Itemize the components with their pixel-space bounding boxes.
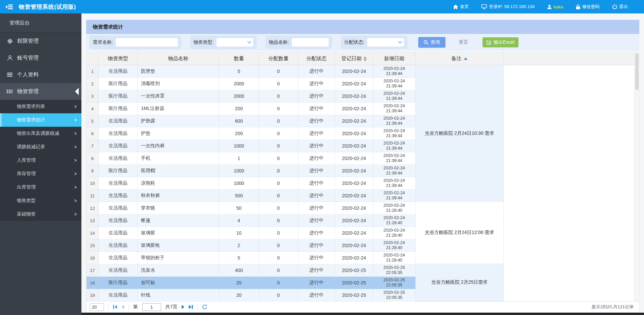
- page-number-input[interactable]: [142, 303, 161, 311]
- table-row[interactable]: 18医疗用品创可贴200进行中2020-02-252020-02-2522:05…: [86, 277, 416, 289]
- table-row[interactable]: 10生活用品凉拖鞋10000进行中2020-02-242020-02-2421:…: [86, 177, 416, 190]
- added-date-cell: 2020-02-2421:39:44: [373, 140, 416, 152]
- submenu-item-label: 出库管理: [17, 184, 36, 190]
- submenu-item-库存管理[interactable]: 库存管理>: [0, 167, 81, 181]
- submenu-item-调拨核减记录[interactable]: 调拨核减记录>: [0, 140, 81, 154]
- topnav-power[interactable]: 退出: [612, 4, 628, 10]
- allocated-qty-cell: 0: [259, 214, 298, 227]
- refresh-icon[interactable]: [202, 304, 207, 310]
- row-number-cell: 3: [86, 90, 99, 103]
- added-date-cell: 2020-02-2421:28:40: [373, 227, 416, 239]
- table-row[interactable]: 19生活用品针线200进行中2020-02-252020-02-2522:05:…: [86, 289, 416, 302]
- first-page-button[interactable]: [113, 305, 117, 309]
- reset-button[interactable]: 重置: [457, 37, 470, 48]
- allocation-status-cell: 进行中: [298, 177, 335, 190]
- sidebar-item-个人资料[interactable]: 个人资料: [0, 66, 81, 83]
- submenu-item-基础物资[interactable]: 基础物资>: [0, 207, 81, 221]
- page-size-input[interactable]: [90, 303, 104, 311]
- sidebar-item-权限管理[interactable]: 权限管理: [0, 33, 81, 49]
- sidebar-item-物资管理[interactable]: 物资管理: [0, 83, 81, 100]
- item-name-cell: 手机: [138, 152, 219, 165]
- 分配状态-select[interactable]: [367, 38, 404, 47]
- table-row[interactable]: 4医疗用品1ML注射器2000进行中2020-02-242020-02-2421…: [86, 103, 416, 115]
- table-row[interactable]: 12生活用品穿衣镜500进行中2020-02-242020-02-2421:28…: [86, 202, 416, 214]
- export-excel-button[interactable]: 输出Excel: [482, 37, 518, 47]
- submenu-item-物资需求列表[interactable]: 物资需求列表>: [0, 100, 81, 113]
- prev-page-button[interactable]: [121, 305, 124, 309]
- topnav-user[interactable]: kaka: [547, 4, 563, 9]
- table-row[interactable]: 14生活用品玻璃胶100进行中2020-02-242020-02-2421:28…: [86, 227, 416, 239]
- 物资类型-select[interactable]: [216, 38, 253, 47]
- column-header-登记日期[interactable]: 登记日期: [335, 52, 373, 65]
- next-page-button[interactable]: [182, 305, 184, 309]
- column-header-备注[interactable]: 备注: [416, 52, 504, 65]
- sidebar-item-账号管理[interactable]: 账号管理: [0, 49, 81, 66]
- allocated-qty-cell: 0: [259, 103, 298, 115]
- table-row[interactable]: 15生活用品玻璃胶枪20进行中2020-02-242020-02-2421:28…: [86, 239, 416, 252]
- table-row[interactable]: 7生活用品一次性内裤10000进行中2020-02-242020-02-2421…: [86, 140, 416, 152]
- register-date-cell: 2020-02-24: [335, 202, 373, 214]
- allocation-status-cell: 进行中: [298, 165, 335, 177]
- vertical-scrollbar[interactable]: [634, 52, 639, 301]
- allocated-qty-cell: 0: [259, 239, 298, 252]
- added-date-text: 2020-02-2421:39:44: [384, 178, 405, 188]
- register-date-cell: 2020-02-25: [335, 264, 373, 277]
- allocated-qty-cell: 0: [259, 264, 298, 277]
- column-header-物资类型: 物资类型: [99, 52, 138, 65]
- item-name-cell: 带锁的柜子: [138, 252, 219, 264]
- row-number-cell: 18: [86, 277, 99, 289]
- table-row[interactable]: 8生活用品手机10进行中2020-02-242020-02-2421:39:44: [86, 152, 416, 165]
- last-page-button[interactable]: [189, 305, 193, 309]
- row-number-cell: 9: [86, 165, 99, 177]
- 需求名称-input[interactable]: [116, 38, 178, 47]
- register-date-cell: 2020-02-24: [335, 103, 373, 115]
- item-name-cell: 防滑垫: [138, 65, 219, 78]
- item-name-cell: 玻璃胶枪: [138, 239, 219, 252]
- table-row[interactable]: 3医疗用品一次性床罩20000进行中2020-02-242020-02-2421…: [86, 90, 416, 103]
- quantity-cell: 20: [219, 277, 259, 289]
- allocation-status-cell: 进行中: [298, 264, 335, 277]
- sidebar-collapse-icon[interactable]: [5, 4, 13, 9]
- table-row[interactable]: 17生活用品洗发水4000进行中2020-02-252020-02-2522:0…: [86, 264, 416, 277]
- sidebar-submenu: 物资需求列表>物资需求统计>物资出库及调拨核减>调拨核减记录>入库管理>库存管理…: [0, 100, 81, 221]
- added-date-text: 2020-02-2421:39:44: [384, 66, 405, 76]
- allocation-status-cell: 进行中: [298, 202, 335, 214]
- quantity-cell: 2000: [219, 78, 259, 90]
- chevron-right-icon: >: [74, 198, 77, 204]
- filter-label: 需求名称:: [93, 39, 113, 45]
- quantity-cell: 2000: [219, 90, 259, 103]
- added-date-text: 2020-02-2421:39:44: [384, 166, 405, 176]
- 物品名称-input[interactable]: [292, 38, 329, 47]
- table-row[interactable]: 9医疗用品医用帽10000进行中2020-02-242020-02-2421:3…: [86, 165, 416, 177]
- scrollbar-thumb[interactable]: [635, 53, 639, 90]
- submenu-item-物资出库及调拨核减[interactable]: 物资出库及调拨核减>: [0, 127, 81, 140]
- quantity-cell: 400: [219, 264, 259, 277]
- quantity-cell: 5: [219, 252, 259, 264]
- material-type-cell: 生活用品: [99, 214, 138, 227]
- added-date-cell: 2020-02-2421:28:40: [373, 202, 416, 214]
- table-row[interactable]: 2医疗用品消毒喷剂20000进行中2020-02-242020-02-2421:…: [86, 78, 416, 90]
- submenu-item-入库管理[interactable]: 入库管理>: [0, 154, 81, 167]
- allocated-qty-cell: 0: [259, 227, 298, 239]
- table-row[interactable]: 16生活用品带锁的柜子50进行中2020-02-242020-02-2421:2…: [86, 252, 416, 264]
- table-row[interactable]: 13生活用品帐篷40进行中2020-02-242020-02-2421:28:4…: [86, 214, 416, 227]
- topnav-monitor[interactable]: 登录IP: 59.172.180.134: [481, 4, 535, 10]
- search-button[interactable]: 查询: [418, 37, 445, 48]
- table-filler: [504, 52, 639, 301]
- item-name-cell: 针线: [138, 289, 219, 302]
- select-value-input[interactable]: [216, 38, 253, 47]
- submenu-item-出库管理[interactable]: 出库管理>: [0, 181, 81, 194]
- submenu-item-物资类型[interactable]: 物资类型>: [0, 194, 81, 207]
- material-type-cell: 医疗用品: [99, 90, 138, 103]
- table-row[interactable]: 1生活用品防滑垫50进行中2020-02-242020-02-2421:39:4…: [86, 65, 416, 78]
- allocated-qty-cell: 0: [259, 289, 298, 302]
- topnav-home[interactable]: 首页: [453, 4, 469, 10]
- table-row[interactable]: 5生活用品护肤露6000进行中2020-02-242020-02-2421:39…: [86, 115, 416, 127]
- table-row[interactable]: 11生活用品秋衣秋裤5000进行中2020-02-242020-02-2421:…: [86, 190, 416, 202]
- select-value-input[interactable]: [367, 38, 404, 47]
- topnav-lock[interactable]: 修改密码: [576, 4, 600, 10]
- register-date-cell: 2020-02-25: [335, 277, 373, 289]
- table-row[interactable]: 6生活用品护垫2000进行中2020-02-242020-02-2421:39:…: [86, 127, 416, 140]
- submenu-item-物资需求统计[interactable]: 物资需求统计>: [0, 113, 81, 127]
- register-date-cell: 2020-02-24: [335, 165, 373, 177]
